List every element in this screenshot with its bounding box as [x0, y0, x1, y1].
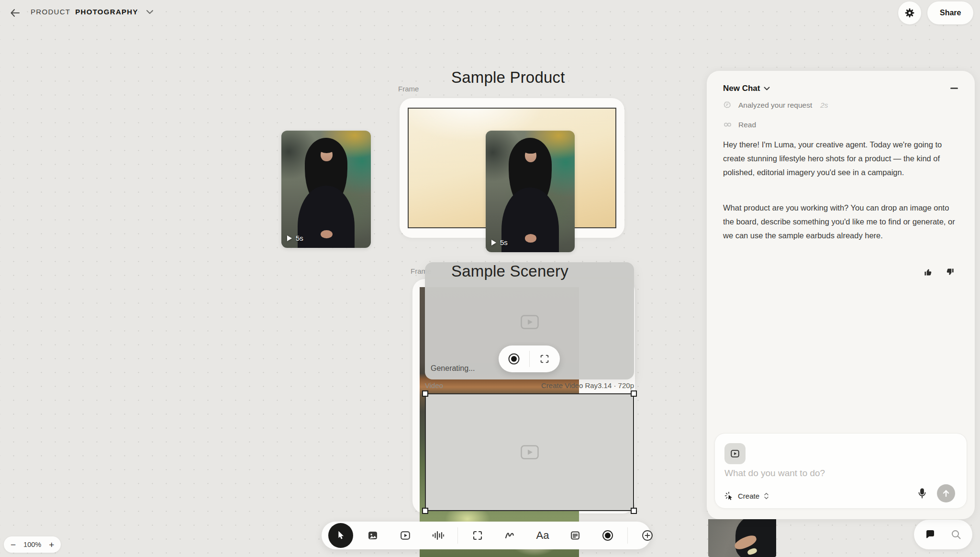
settings-button[interactable]: [898, 1, 921, 24]
selection-handle-top-left[interactable]: [422, 390, 428, 397]
canvas-photo-fragment[interactable]: [708, 519, 776, 557]
brain-icon: [723, 100, 732, 110]
note-icon: [569, 530, 581, 541]
video-icon: [730, 448, 740, 459]
minus-icon: [950, 88, 958, 89]
board-title-bold: PHOTOGRAPHY: [75, 8, 138, 16]
chat-toggle-button[interactable]: [921, 525, 940, 544]
video-type-label[interactable]: Video: [425, 381, 443, 390]
scribble-icon: [504, 529, 516, 542]
board-title-prefix: PRODUCT: [31, 8, 70, 16]
chat-input-card[interactable]: Create: [714, 433, 967, 509]
chevron-down-icon: [764, 87, 770, 91]
toolbar-divider: [457, 527, 458, 544]
step-label: Analyzed your request: [738, 101, 812, 110]
generation-controls-pill: [499, 345, 560, 372]
note-tool-button[interactable]: [562, 523, 588, 548]
text-tool-button[interactable]: Aa: [530, 523, 556, 548]
text-icon: Aa: [536, 529, 549, 542]
thumbs-down-icon: [946, 267, 955, 277]
draw-tool-button[interactable]: [497, 523, 523, 548]
record-tool-button[interactable]: [595, 523, 621, 548]
chat-header: New Chat: [723, 81, 961, 96]
canvas-text-sample-scenery[interactable]: Sample Scenery: [451, 262, 568, 280]
chat-title-dropdown[interactable]: New Chat: [723, 84, 770, 93]
clip-duration-badge: 5s: [491, 238, 508, 246]
share-button[interactable]: Share: [927, 1, 973, 24]
microphone-button[interactable]: [914, 485, 930, 501]
share-label: Share: [940, 9, 961, 17]
zoom-out-button[interactable]: −: [11, 540, 16, 549]
agent-message-paragraph: Hey there! I'm Luma, your creative agent…: [723, 138, 960, 179]
select-tool-button[interactable]: [328, 523, 353, 548]
thumbs-up-icon: [924, 267, 933, 277]
record-icon: [508, 353, 520, 365]
chat-message-input[interactable]: [724, 468, 925, 479]
read-icon: [723, 120, 732, 129]
agent-step-read[interactable]: Read: [723, 120, 756, 129]
canvas-toolbar: Aa: [322, 522, 651, 549]
chevron-down-icon: [146, 10, 154, 14]
selection-handle-top-right[interactable]: [631, 390, 637, 397]
video-placeholder-play-icon: [521, 315, 539, 329]
video-attachment-chip[interactable]: [724, 443, 746, 464]
portrait-body: [501, 188, 558, 252]
board-title[interactable]: PRODUCT PHOTOGRAPHY: [31, 8, 154, 16]
selection-handle-bottom-left[interactable]: [422, 508, 428, 514]
fullscreen-icon: [539, 354, 550, 364]
search-button[interactable]: [947, 525, 966, 544]
step-duration: 2s: [820, 101, 828, 110]
zoom-level[interactable]: 100%: [23, 541, 41, 548]
portrait-body: [298, 186, 355, 248]
selected-video-placeholder[interactable]: [425, 393, 634, 511]
send-button[interactable]: [937, 484, 955, 502]
zoom-control: − 100% +: [4, 536, 61, 553]
mode-label: Create: [738, 492, 759, 500]
video-clip-thumbnail-1[interactable]: 5s: [281, 131, 371, 248]
back-button[interactable]: [5, 3, 25, 23]
clip-duration: 5s: [296, 234, 303, 242]
gear-icon: [904, 7, 915, 19]
chat-panel: New Chat Analyzed your request 2s Read H…: [707, 71, 975, 519]
portrait-hands: [321, 230, 332, 238]
back-arrow-icon: [10, 8, 20, 18]
mode-selector[interactable]: Create: [724, 491, 769, 501]
agent-step-analyzed[interactable]: Analyzed your request 2s: [723, 100, 828, 110]
video-clip-thumbnail-2[interactable]: 5s: [486, 131, 575, 252]
toolbar-divider: [627, 527, 628, 544]
collapse-chat-button[interactable]: [947, 81, 961, 96]
video-tool-button[interactable]: [392, 523, 418, 548]
step-label: Read: [738, 121, 756, 129]
record-icon: [601, 529, 614, 542]
zoom-in-button[interactable]: +: [49, 540, 54, 549]
record-button[interactable]: [499, 345, 529, 372]
selection-handle-bottom-right[interactable]: [631, 508, 637, 514]
image-tool-button[interactable]: [360, 523, 386, 548]
plus-icon: [641, 529, 654, 542]
search-icon: [950, 529, 962, 540]
clip-duration: 5s: [500, 238, 508, 246]
image-icon: [367, 530, 379, 541]
portrait-hands: [525, 234, 536, 243]
thumbs-up-button[interactable]: [922, 266, 934, 278]
generating-status: Generating...: [431, 364, 475, 373]
play-icon: [287, 235, 292, 241]
microphone-icon: [917, 488, 927, 499]
clip-duration-badge: 5s: [287, 234, 303, 242]
audio-tool-button[interactable]: [425, 523, 451, 548]
frame-tool-button[interactable]: [465, 523, 490, 548]
thumbs-down-button[interactable]: [944, 266, 956, 278]
frame-icon: [472, 530, 483, 541]
waveform-icon: [432, 529, 444, 542]
add-tool-button[interactable]: [635, 523, 660, 548]
video-action-label[interactable]: Create Video Ray3.14 · 720p: [541, 381, 634, 390]
chat-title: New Chat: [723, 84, 760, 93]
agent-message-paragraph: What product are you working with? You c…: [723, 201, 960, 243]
cursor-icon: [335, 530, 346, 541]
canvas-text-sample-product[interactable]: Sample Product: [451, 68, 565, 87]
product-frame-label[interactable]: Frame: [398, 85, 419, 93]
sparkle-cursor-icon: [724, 491, 734, 501]
up-arrow-icon: [942, 489, 950, 498]
video-placeholder-play-icon: [521, 445, 539, 459]
fullscreen-button[interactable]: [530, 345, 560, 372]
